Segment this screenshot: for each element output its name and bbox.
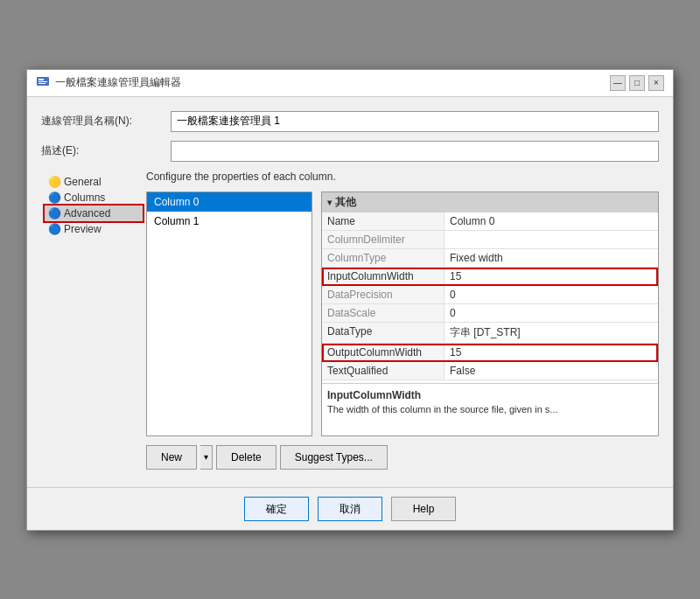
svg-rect-2	[38, 81, 47, 82]
sidebar-item-advanced[interactable]: 🔵 Advanced	[45, 205, 143, 221]
prop-row-dataprecision: DataPrecision 0	[322, 286, 658, 304]
svg-rect-1	[38, 79, 44, 80]
prop-label-dataprecision: DataPrecision	[322, 286, 444, 303]
prop-value-textqualified: False	[444, 362, 658, 380]
window-title: 一般檔案連線管理員編輯器	[55, 75, 181, 90]
props-panel: ▾ 其他 Name Column 0 ColumnDelimiter	[321, 192, 659, 436]
sidebar-item-preview[interactable]: 🔵 Preview	[45, 221, 143, 237]
close-button[interactable]: ×	[648, 75, 664, 91]
general-icon: 🟡	[48, 176, 60, 188]
column-item-0[interactable]: Column 0	[147, 192, 312, 212]
main-area: 🟡 General 🔵 Columns 🔵 Advanced 🔵 Preview	[41, 171, 659, 470]
title-bar: 一般檔案連線管理員編輯器 — □ ×	[27, 70, 673, 97]
prop-row-outputcolwidth[interactable]: OutputColumnWidth 15	[322, 344, 658, 362]
right-panel: Configure the properties of each column.…	[146, 171, 659, 470]
info-desc: The width of this column in the source f…	[327, 404, 653, 414]
advanced-icon: 🔵	[48, 207, 60, 219]
prop-label-datascale: DataScale	[322, 304, 444, 322]
prop-row-inputcolwidth[interactable]: InputColumnWidth 15	[322, 268, 658, 286]
columns-list[interactable]: Column 0 Column 1	[146, 192, 312, 436]
sidebar-item-preview-label: Preview	[64, 223, 102, 235]
ok-button[interactable]: 確定	[244, 497, 309, 521]
prop-value-outputcolwidth[interactable]: 15	[444, 344, 658, 361]
restore-button[interactable]: □	[629, 75, 645, 91]
prop-value-coltype: Fixed width	[444, 249, 658, 267]
prop-label-textqualified: TextQualified	[322, 362, 444, 380]
sidebar-item-general[interactable]: 🟡 General	[45, 174, 143, 190]
sidebar-item-advanced-label: Advanced	[64, 207, 110, 219]
new-button[interactable]: New	[146, 445, 197, 470]
prop-value-datatype: 字串 [DT_STR]	[444, 323, 658, 343]
name-input[interactable]	[171, 111, 659, 132]
svg-rect-3	[38, 83, 46, 84]
new-dropdown-button[interactable]: ▾	[200, 445, 213, 470]
prop-row-datatype: DataType 字串 [DT_STR]	[322, 323, 658, 344]
bottom-buttons: New ▾ Delete Suggest Types...	[146, 445, 659, 470]
desc-input[interactable]	[171, 141, 659, 162]
prop-label-inputcolwidth: InputColumnWidth	[322, 268, 444, 285]
desc-label: 描述(E):	[41, 143, 164, 158]
prop-row-coltype: ColumnType Fixed width	[322, 249, 658, 268]
prop-value-inputcolwidth[interactable]: 15	[444, 268, 658, 285]
chevron-down-icon: ▾	[327, 198, 332, 207]
suggest-types-button[interactable]: Suggest Types...	[280, 445, 388, 470]
name-row: 連線管理員名稱(N):	[41, 111, 659, 132]
help-button[interactable]: Help	[391, 497, 457, 521]
sidebar-item-columns[interactable]: 🔵 Columns	[45, 190, 143, 205]
window-icon	[36, 76, 50, 90]
sidebar-item-columns-label: Columns	[64, 192, 105, 204]
delete-button[interactable]: Delete	[216, 445, 276, 470]
columns-icon: 🔵	[48, 192, 60, 204]
configure-text: Configure the properties of each column.	[146, 171, 659, 183]
prop-value-coldelim	[444, 231, 658, 248]
main-window: 一般檔案連線管理員編輯器 — □ × 連線管理員名稱(N): 描述(E): 🟡 …	[26, 69, 674, 531]
cancel-button[interactable]: 取消	[318, 497, 382, 521]
prop-value-dataprecision: 0	[444, 286, 658, 303]
minimize-button[interactable]: —	[610, 75, 626, 91]
prop-row-name: Name Column 0	[322, 212, 658, 231]
name-label: 連線管理員名稱(N):	[41, 114, 164, 129]
prop-row-coldelim: ColumnDelimiter	[322, 231, 658, 249]
title-bar-left: 一般檔案連線管理員編輯器	[36, 75, 181, 90]
prop-label-coldelim: ColumnDelimiter	[322, 231, 444, 248]
prop-label-outputcolwidth: OutputColumnWidth	[322, 344, 444, 361]
title-bar-controls: — □ ×	[610, 75, 664, 91]
prop-label-name: Name	[322, 212, 444, 230]
info-title: InputColumnWidth	[327, 389, 653, 401]
prop-row-datascale: DataScale 0	[322, 304, 658, 323]
info-panel: InputColumnWidth The width of this colum…	[322, 383, 658, 435]
prop-label-coltype: ColumnType	[322, 249, 444, 267]
preview-icon: 🔵	[48, 223, 60, 235]
column-item-1[interactable]: Column 1	[147, 212, 312, 231]
columns-and-props: Column 0 Column 1 ▾ 其他 Name	[146, 192, 659, 436]
props-section-header: ▾ 其他	[322, 192, 658, 212]
dialog-footer: 確定 取消 Help	[27, 487, 673, 530]
dialog-content: 連線管理員名稱(N): 描述(E): 🟡 General 🔵 Columns	[27, 97, 673, 484]
desc-row: 描述(E):	[41, 141, 659, 162]
prop-value-datascale: 0	[444, 304, 658, 322]
nav-panel: 🟡 General 🔵 Columns 🔵 Advanced 🔵 Preview	[41, 171, 146, 470]
prop-label-datatype: DataType	[322, 323, 444, 343]
sidebar-item-general-label: General	[64, 176, 102, 188]
prop-row-textqualified: TextQualified False	[322, 362, 658, 380]
prop-value-name: Column 0	[444, 212, 658, 230]
props-table: Name Column 0 ColumnDelimiter ColumnType	[322, 212, 658, 383]
props-section-label: 其他	[335, 195, 356, 210]
